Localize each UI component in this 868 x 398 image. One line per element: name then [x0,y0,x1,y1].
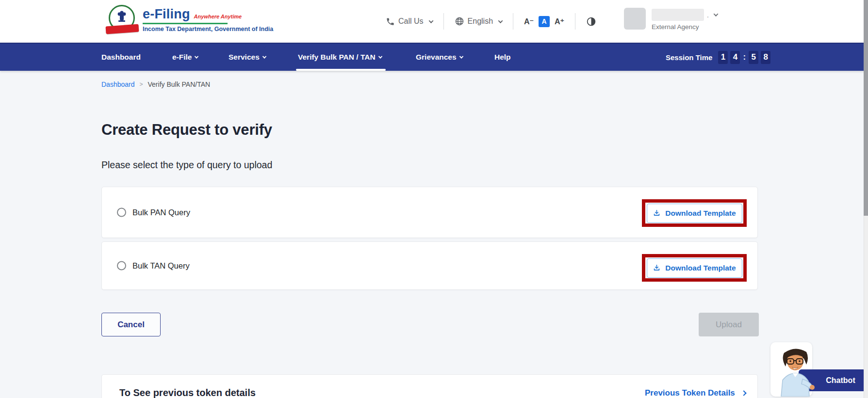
main-navbar: Dashboard e-File Services Verify Bulk PA… [0,43,868,71]
chevron-down-icon [195,54,198,58]
session-colon: : [743,52,746,62]
breadcrumb-current: Verify Bulk PAN/TAN [148,80,211,88]
header-tools: Call Us English A⁻ A A⁺ [386,11,596,32]
download-icon [653,264,661,272]
header: e-Filing Anywhere Anytime Income Tax Dep… [0,0,868,43]
phone-icon [386,17,395,26]
income-tax-emblem-icon [108,4,137,39]
page-subtitle: Please select the type of query to uploa… [101,159,272,171]
ashoka-lions-icon [114,10,130,26]
bulk-pan-query-card: Bulk PAN Query Download Template [101,187,758,238]
bulk-pan-label: Bulk PAN Query [132,208,190,217]
chevron-right-icon [741,390,746,396]
divider [513,13,513,30]
contrast-icon [586,16,596,27]
previous-token-text: To See previous token details [119,387,256,398]
active-tab-indicator [296,69,386,71]
session-digit: 4 [730,51,740,64]
call-us-menu[interactable]: Call Us [386,17,433,26]
session-digit: 8 [761,51,770,64]
nav-item-help[interactable]: Help [494,44,511,71]
brand-name: e-Filing [143,7,190,22]
bulk-pan-radio[interactable] [117,208,126,217]
user-avatar [624,8,646,30]
font-normal-button[interactable]: A [539,16,550,27]
session-digit: 5 [749,51,758,64]
user-role-label: External Agency [652,23,718,31]
breadcrumb-separator: > [140,81,143,88]
breadcrumb: Dashboard > Verify Bulk PAN/TAN [101,80,210,88]
bulk-tan-query-card: Bulk TAN Query Download Template [101,241,758,290]
nav-item-dashboard[interactable]: Dashboard [101,44,141,71]
font-size-controls: A⁻ A A⁺ [524,16,564,27]
scrollbar-thumb[interactable] [864,0,868,216]
language-selector[interactable]: English [455,16,502,26]
session-digit: 1 [718,51,728,64]
department-name: Income Tax Department, Government of Ind… [143,26,273,32]
nav-item-verify-bulk-pan-tan[interactable]: Verify Bulk PAN / TAN [298,44,382,71]
globe-icon [455,16,464,26]
divider [575,13,575,30]
upload-button[interactable]: Upload [699,313,759,336]
language-label: English [468,17,493,26]
brand-tagline: Anywhere Anytime [194,14,242,19]
user-menu[interactable]: . External Agency [624,8,718,31]
nav-item-grievances[interactable]: Grievances [416,44,463,71]
cancel-button[interactable]: Cancel [101,313,161,336]
download-template-pan-button[interactable]: Download Template [647,204,742,223]
brand-underline [143,23,228,24]
highlight-box: Download Template [642,199,747,227]
page-title: Create Request to verify [101,121,272,139]
chevron-down-icon [713,12,718,16]
scrollbar-track[interactable] [864,0,868,398]
nav-item-services[interactable]: Services [229,44,266,71]
highlight-box: Download Template [642,254,747,282]
font-decrease-button[interactable]: A⁻ [524,17,534,26]
download-icon [653,209,661,217]
chevron-down-icon [428,18,433,23]
breadcrumb-dashboard-link[interactable]: Dashboard [101,80,135,88]
previous-token-details-link[interactable]: Previous Token Details [645,388,746,398]
divider [443,13,444,30]
session-time-label: Session Time [666,53,712,62]
nav-item-efile[interactable]: e-File [172,44,198,71]
bulk-tan-label: Bulk TAN Query [132,261,190,271]
download-template-tan-button[interactable]: Download Template [647,258,742,278]
font-increase-button[interactable]: A⁺ [555,17,564,26]
chevron-down-icon [498,18,503,23]
contrast-toggle[interactable] [586,16,596,27]
efiling-portal-page: e-Filing Anywhere Anytime Income Tax Dep… [0,0,868,398]
previous-token-card: To See previous token details Previous T… [101,374,758,398]
user-name-suffix: . [707,11,709,19]
efiling-logo[interactable]: e-Filing Anywhere Anytime Income Tax Dep… [108,4,273,39]
chatbot-mascot-icon [773,345,817,397]
session-timer: Session Time 1 4 : 5 8 [666,44,770,71]
chevron-down-icon [378,54,382,58]
call-us-label: Call Us [398,17,424,26]
emblem-ribbon [106,24,139,34]
redacted-user-name [652,9,704,21]
chevron-down-icon [262,54,266,58]
chevron-down-icon [459,54,463,58]
bulk-tan-radio[interactable] [117,261,126,271]
